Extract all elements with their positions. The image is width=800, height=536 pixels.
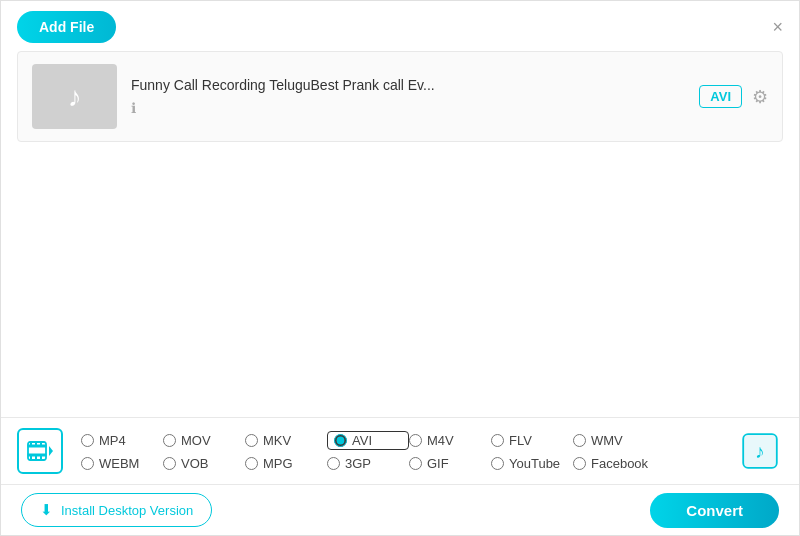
format-vob[interactable]: VOB: [163, 456, 245, 471]
formats-container: MP4 MOV MKV AVI M4V FLV WMV: [81, 431, 737, 471]
video-format-icon[interactable]: [17, 428, 63, 474]
svg-rect-7: [35, 456, 37, 459]
formats-row2: WEBM VOB MPG 3GP GIF YouTube Facebook: [81, 456, 737, 471]
svg-text:♪: ♪: [755, 441, 765, 462]
music-note-icon: ♪: [742, 433, 778, 469]
convert-button[interactable]: Convert: [650, 493, 779, 528]
format-bar: MP4 MOV MKV AVI M4V FLV WMV: [1, 417, 799, 485]
install-button[interactable]: ⬇ Install Desktop Version: [21, 493, 212, 527]
format-mkv[interactable]: MKV: [245, 431, 327, 450]
format-webm[interactable]: WEBM: [81, 456, 163, 471]
format-mov[interactable]: MOV: [163, 431, 245, 450]
audio-format-icon[interactable]: ♪: [737, 428, 783, 474]
file-actions: AVI ⚙: [699, 85, 768, 108]
format-3gp[interactable]: 3GP: [327, 456, 409, 471]
format-wmv[interactable]: WMV: [573, 431, 655, 450]
svg-marker-9: [49, 446, 53, 456]
top-bar: Add File ×: [1, 1, 799, 51]
svg-rect-1: [28, 445, 46, 447]
svg-rect-2: [28, 454, 46, 456]
format-m4v[interactable]: M4V: [409, 431, 491, 450]
settings-icon[interactable]: ⚙: [752, 86, 768, 108]
content-area: [1, 142, 799, 397]
formats-row1: MP4 MOV MKV AVI M4V FLV WMV: [81, 431, 737, 450]
svg-rect-8: [40, 456, 42, 459]
footer-bar: ⬇ Install Desktop Version Convert: [1, 485, 799, 535]
svg-rect-5: [40, 442, 42, 445]
close-button[interactable]: ×: [772, 18, 783, 36]
file-item: ♪ Funny Call Recording TeluguBest Prank …: [18, 52, 782, 141]
music-icon: ♪: [68, 81, 82, 113]
file-thumbnail: ♪: [32, 64, 117, 129]
format-mpg[interactable]: MPG: [245, 456, 327, 471]
format-avi[interactable]: AVI: [327, 431, 409, 450]
file-info: Funny Call Recording TeluguBest Prank ca…: [131, 77, 699, 117]
info-icon[interactable]: ℹ: [131, 100, 136, 116]
download-icon: ⬇: [40, 501, 53, 519]
add-file-button[interactable]: Add File: [17, 11, 116, 43]
install-label: Install Desktop Version: [61, 503, 193, 518]
format-mp4[interactable]: MP4: [81, 431, 163, 450]
film-icon: [27, 438, 53, 464]
file-name: Funny Call Recording TeluguBest Prank ca…: [131, 77, 699, 93]
format-gif[interactable]: GIF: [409, 456, 491, 471]
format-flv[interactable]: FLV: [491, 431, 573, 450]
svg-rect-6: [30, 456, 32, 459]
svg-rect-3: [30, 442, 32, 445]
svg-rect-4: [35, 442, 37, 445]
format-badge[interactable]: AVI: [699, 85, 742, 108]
file-list: ♪ Funny Call Recording TeluguBest Prank …: [17, 51, 783, 142]
format-facebook[interactable]: Facebook: [573, 456, 655, 471]
format-youtube[interactable]: YouTube: [491, 456, 573, 471]
